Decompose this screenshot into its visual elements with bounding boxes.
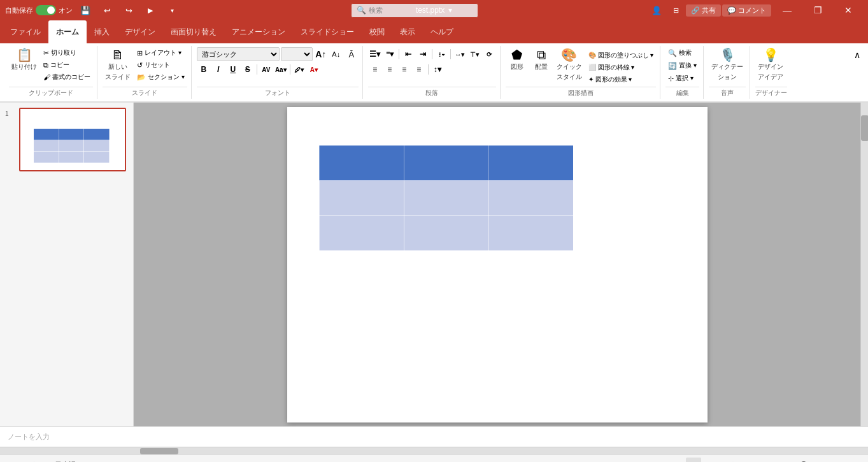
dictate-button[interactable]: 🎙️ ディクテー ション <box>709 47 746 83</box>
shrink-font-button[interactable]: A↓ <box>329 47 343 61</box>
horizontal-scrollbar[interactable] <box>0 447 868 454</box>
align-right-button[interactable]: ≡ <box>397 62 411 76</box>
find-button[interactable]: 🔍 検索 <box>665 47 694 59</box>
table-cell-c1[interactable] <box>319 215 404 250</box>
text-dir-button[interactable]: ↔▾ <box>453 47 467 61</box>
arrange-button[interactable]: ⧉ 配置 <box>530 47 553 73</box>
layout-button[interactable]: ⊞ レイアウト ▾ <box>134 47 187 59</box>
notes-bar[interactable]: ノートを入力 <box>0 426 868 447</box>
quick-style-button[interactable]: 🎨 クイック スタイル <box>554 47 585 83</box>
user-icon[interactable]: 👤 <box>648 1 665 19</box>
table-cell-h2[interactable] <box>404 145 488 180</box>
tab-transitions[interactable]: 画面切り替え <box>163 20 224 43</box>
view-reading-button[interactable]: 📖 <box>727 458 742 463</box>
numbering-button[interactable]: ⁼▾ <box>383 47 397 61</box>
designer-label: デザイナー <box>755 87 787 99</box>
comment-button[interactable]: 💬コメント <box>722 4 771 17</box>
design-ideas-button[interactable]: 💡 デザイン アイデア <box>755 47 786 83</box>
share-button[interactable]: 🔗共有 <box>686 4 721 17</box>
font-name-select[interactable]: 游ゴシック <box>197 47 280 61</box>
columns-button[interactable]: ⫶▾ <box>434 47 448 61</box>
view-presenter-button[interactable]: ▷ <box>747 458 762 463</box>
table-cell-h1[interactable] <box>319 145 404 180</box>
view-slide-sorter-button[interactable]: ⊟ <box>706 458 722 463</box>
tab-help[interactable]: ヘルプ <box>423 20 461 43</box>
align-left-button[interactable]: ≡ <box>368 62 382 76</box>
align-center-button[interactable]: ≡ <box>383 62 397 76</box>
collapse-ribbon-button[interactable]: ∧ <box>851 46 863 99</box>
indent-less-button[interactable]: ⇤ <box>401 47 415 61</box>
reset-button[interactable]: ↺ リセット <box>134 59 187 71</box>
present-button[interactable]: ▶ <box>141 1 159 19</box>
zoom-in-button[interactable]: + <box>834 460 844 463</box>
hscrollbar-thumb[interactable] <box>140 448 178 454</box>
restore-button[interactable]: ❐ <box>803 0 832 20</box>
bullets-button[interactable]: ☰▾ <box>368 47 382 61</box>
replace-button[interactable]: 🔄 置換 ▾ <box>665 60 699 71</box>
tab-insert[interactable]: 挿入 <box>87 20 117 43</box>
tab-file[interactable]: ファイル <box>3 20 48 43</box>
font-color-button[interactable]: A▾ <box>307 62 321 76</box>
slide-thumbnail[interactable] <box>19 108 126 171</box>
table-cell-b1[interactable] <box>319 180 404 215</box>
smartart-button[interactable]: ⟳ <box>482 47 496 61</box>
table-cell-b3[interactable] <box>488 180 573 215</box>
filename: test.pptx <box>416 6 445 15</box>
canvas-area <box>134 103 860 426</box>
section-button[interactable]: 📂 セクション ▾ <box>134 71 187 83</box>
customize-qat-button[interactable]: ▾ <box>163 1 181 19</box>
new-slide-button[interactable]: 🗎 新しい スライド <box>103 47 133 83</box>
paste-button[interactable]: 📋 貼り付け <box>9 47 39 73</box>
tab-animations[interactable]: アニメーション <box>224 20 293 43</box>
table-cell-h3[interactable] <box>488 145 573 180</box>
shapes-button[interactable]: ⬟ 図形 <box>506 47 529 73</box>
copy-button[interactable]: ⧉ コピー <box>41 59 93 71</box>
shape-fill-button[interactable]: 🎨 図形の塗りつぶし ▾ <box>586 50 657 61</box>
justify-button[interactable]: ≡ <box>412 62 426 76</box>
table-cell-c2[interactable] <box>404 215 488 250</box>
autosave-toggle[interactable] <box>36 5 56 15</box>
slide-table[interactable] <box>319 145 574 251</box>
shape-outline-button[interactable]: ⬜ 図形の枠線 ▾ <box>586 62 657 73</box>
format-copy-button[interactable]: 🖌 書式のコピー <box>41 71 93 83</box>
grow-font-button[interactable]: A↑ <box>314 47 328 61</box>
search-bar[interactable]: 🔍 検索 <box>351 3 478 18</box>
zoom-out-button[interactable]: − <box>767 460 778 463</box>
view-normal-button[interactable]: ⊞ <box>686 458 701 463</box>
underline-button[interactable]: U <box>226 62 240 76</box>
scrollbar-thumb[interactable] <box>861 115 868 141</box>
strikethrough-button[interactable]: S <box>241 62 255 76</box>
line-spacing-button[interactable]: ↕▾ <box>430 62 445 76</box>
tab-home[interactable]: ホーム <box>48 20 87 43</box>
font-size-select[interactable] <box>281 47 313 61</box>
tab-design[interactable]: デザイン <box>117 20 163 43</box>
tab-view[interactable]: 表示 <box>392 20 423 43</box>
italic-button[interactable]: I <box>211 62 225 76</box>
table-cell-c3[interactable] <box>488 215 573 250</box>
select-button[interactable]: ⊹ 選択 ▾ <box>665 73 696 84</box>
redo-button[interactable]: ↪ <box>120 1 138 19</box>
indent-more-button[interactable]: ⇥ <box>416 47 430 61</box>
shape-effect-button[interactable]: ✦ 図形の効果 ▾ <box>586 74 657 85</box>
align-text-button[interactable]: ⊤▾ <box>467 47 481 61</box>
title-bar-center: 🔍 検索 <box>181 3 648 18</box>
ribbon-display-button[interactable]: ⊟ <box>667 1 685 19</box>
font-group: 游ゴシック A↑ A↓ Ā B I U S AV Aa▾ <box>193 46 363 99</box>
filename-dropdown[interactable]: ▾ <box>448 6 452 15</box>
minimize-button[interactable]: — <box>772 0 802 20</box>
tab-slideshow[interactable]: スライドショー <box>293 20 362 43</box>
right-scrollbar[interactable] <box>860 103 868 426</box>
bold-button[interactable]: B <box>197 62 211 76</box>
highlight-button[interactable]: 🖊▾ <box>292 62 306 76</box>
close-button[interactable]: ✕ <box>834 0 863 20</box>
table-cell-b2[interactable] <box>404 180 488 215</box>
kerning-button[interactable]: AV <box>259 62 273 76</box>
clear-format-button[interactable]: Ā <box>345 47 359 61</box>
save-button[interactable]: 💾 <box>76 1 94 19</box>
tab-review[interactable]: 校閲 <box>362 20 392 43</box>
undo-button[interactable]: ↩ <box>98 1 116 19</box>
slide-table-wrapper[interactable] <box>319 145 574 251</box>
case-button[interactable]: Aa▾ <box>274 62 288 76</box>
slide-canvas[interactable] <box>287 107 708 422</box>
cut-button[interactable]: ✂ 切り取り <box>41 47 93 59</box>
